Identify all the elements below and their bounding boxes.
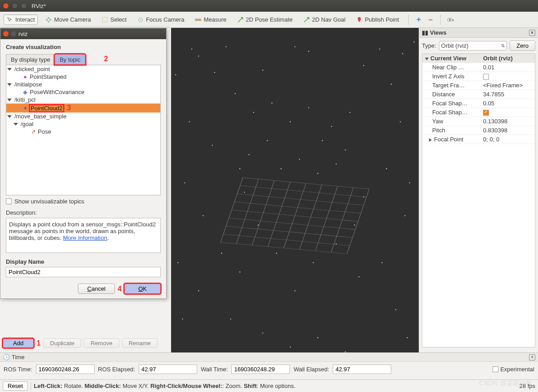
window-minimize-icon[interactable] bbox=[12, 3, 18, 9]
tree-item[interactable]: /initialpose bbox=[6, 81, 160, 88]
tree-item[interactable]: /goal bbox=[6, 120, 160, 128]
annotation-1: 1 bbox=[36, 339, 41, 347]
tab-by-display-type[interactable]: By display type bbox=[6, 54, 55, 65]
close-icon[interactable]: × bbox=[529, 30, 535, 36]
type-label: Type: bbox=[422, 42, 436, 49]
prop-key[interactable]: Distance bbox=[422, 90, 480, 99]
tool-2d-nav-goal[interactable]: 2D Nav Goal bbox=[300, 14, 348, 25]
tool-label: 2D Pose Estimate bbox=[246, 16, 293, 23]
add-tool-icon[interactable]: ＋ bbox=[415, 16, 422, 23]
prop-key[interactable]: Near Clip … bbox=[422, 63, 480, 72]
annotation-4: 4 bbox=[118, 285, 122, 293]
view-properties-tree[interactable]: Current ViewOrbit (rviz) Near Clip …0.01… bbox=[422, 54, 535, 347]
svg-point-55 bbox=[354, 225, 355, 225]
description-box: Displays a point cloud from a sensor_msg… bbox=[6, 218, 161, 253]
svg-point-23 bbox=[226, 46, 226, 47]
zero-button[interactable]: Zero bbox=[510, 41, 535, 51]
svg-point-80 bbox=[359, 276, 360, 277]
prop-key[interactable]: Focal Shap… bbox=[422, 99, 480, 108]
cancel-button[interactable]: CCancelancel bbox=[78, 284, 115, 294]
tab-by-topic[interactable]: By topic bbox=[54, 54, 85, 65]
svg-point-33 bbox=[198, 290, 199, 291]
window-maximize-icon[interactable] bbox=[21, 3, 27, 9]
tree-item[interactable]: ➚Pose bbox=[6, 128, 160, 135]
prop-val[interactable]: 0.830398 bbox=[480, 126, 535, 135]
close-icon[interactable]: × bbox=[529, 354, 535, 360]
display-name-input[interactable] bbox=[6, 267, 161, 277]
topic-tree[interactable]: /clicked_point ●PointStamped /initialpos… bbox=[6, 65, 161, 195]
remove-tool-icon[interactable]: – bbox=[427, 16, 434, 23]
dialog-titlebar[interactable]: rviz bbox=[0, 28, 166, 39]
tree-item[interactable]: /kitti_pcl bbox=[6, 96, 160, 104]
tool-label: Publish Point bbox=[365, 16, 399, 23]
remove-button[interactable]: Remove bbox=[84, 338, 119, 348]
more-info-link[interactable]: More Information bbox=[63, 234, 107, 241]
3d-viewport[interactable] bbox=[171, 28, 419, 366]
prop-header-val: Orbit (rviz) bbox=[480, 54, 535, 63]
dialog-minimize-icon[interactable] bbox=[11, 31, 16, 36]
tool-label: Move Camera bbox=[54, 16, 91, 23]
display-name-label: Display Name bbox=[6, 258, 161, 265]
views-panel-header: ▮▮ Views × bbox=[419, 28, 538, 38]
prop-key[interactable]: Pitch bbox=[422, 126, 480, 135]
dialog-close-icon[interactable] bbox=[3, 31, 9, 36]
tool-select[interactable]: Select bbox=[99, 14, 130, 25]
annotation-2: 2 bbox=[104, 55, 108, 63]
tree-item[interactable]: /clicked_point bbox=[6, 65, 160, 73]
description-label: Description: bbox=[6, 209, 161, 216]
checkbox[interactable] bbox=[483, 110, 489, 116]
svg-point-65 bbox=[175, 74, 176, 75]
prop-val[interactable]: 0.01 bbox=[480, 63, 535, 72]
prop-val[interactable]: <Fixed Frame> bbox=[480, 81, 535, 90]
svg-point-77 bbox=[249, 154, 249, 155]
svg-point-31 bbox=[203, 215, 203, 216]
tool-publish-point[interactable]: Publish Point bbox=[353, 14, 402, 25]
rename-button[interactable]: Rename bbox=[122, 338, 158, 348]
prop-key[interactable]: Yaw bbox=[422, 117, 480, 126]
tree-item[interactable]: ●PointStamped bbox=[6, 73, 160, 81]
svg-point-62 bbox=[185, 182, 185, 183]
visibility-dropdown-icon[interactable] bbox=[447, 16, 454, 23]
wall-elapsed-label: Wall Elapsed: bbox=[294, 366, 329, 373]
tree-item-pointcloud2[interactable]: ✶ PointCloud2 3 bbox=[6, 104, 160, 113]
checkbox[interactable] bbox=[483, 74, 489, 80]
tool-interact[interactable]: Interact bbox=[4, 14, 38, 25]
prop-val[interactable]: 0.05 bbox=[480, 99, 535, 108]
wall-elapsed-input[interactable] bbox=[333, 365, 391, 374]
ros-time-input[interactable] bbox=[36, 365, 95, 374]
prop-key[interactable]: Invert Z Axis bbox=[422, 72, 480, 81]
wall-time-input[interactable] bbox=[231, 365, 290, 374]
tree-item[interactable]: /move_base_simple bbox=[6, 113, 160, 120]
svg-point-29 bbox=[212, 145, 213, 146]
svg-point-49 bbox=[349, 112, 350, 113]
tool-move-camera[interactable]: Move Camera bbox=[42, 14, 94, 25]
prop-val[interactable]: 34.7855 bbox=[480, 90, 535, 99]
tool-measure[interactable]: Measure bbox=[192, 14, 230, 25]
prop-key[interactable]: Focal Point bbox=[434, 136, 463, 143]
tree-item[interactable]: ◆PoseWithCovariance bbox=[6, 88, 160, 96]
view-type-select[interactable]: Orbit (rviz) ⇅ bbox=[439, 41, 507, 50]
tool-focus-camera[interactable]: Focus Camera bbox=[134, 14, 187, 25]
svg-point-44 bbox=[253, 112, 254, 113]
arrow-green-icon bbox=[237, 17, 244, 23]
ros-elapsed-input[interactable] bbox=[139, 365, 197, 374]
show-unvisualizable-checkbox[interactable] bbox=[6, 198, 12, 204]
experimental-checkbox[interactable] bbox=[493, 366, 498, 372]
svg-point-66 bbox=[414, 41, 415, 42]
time-panel: 🕓 Time × ROS Time: ROS Elapsed: Wall Tim… bbox=[0, 352, 538, 379]
add-button[interactable]: Add bbox=[3, 338, 34, 348]
svg-point-37 bbox=[404, 215, 405, 216]
reset-button[interactable]: Reset bbox=[3, 381, 28, 391]
tool-2d-pose-estimate[interactable]: 2D Pose Estimate bbox=[234, 14, 296, 25]
status-bar: Reset Left-Click: Rotate. Middle-Click: … bbox=[0, 379, 538, 392]
ruler-icon bbox=[195, 17, 201, 23]
window-close-icon[interactable] bbox=[3, 3, 9, 9]
prop-val[interactable]: 0; 0; 0 bbox=[480, 135, 535, 144]
ok-button[interactable]: OK bbox=[124, 284, 161, 294]
duplicate-button[interactable]: Duplicate bbox=[43, 338, 81, 348]
prop-val[interactable]: 0.130398 bbox=[480, 117, 535, 126]
svg-point-54 bbox=[336, 243, 337, 244]
tool-label: Measure bbox=[203, 16, 226, 23]
prop-key[interactable]: Target Fra… bbox=[422, 81, 480, 90]
prop-key[interactable]: Focal Shap… bbox=[422, 108, 480, 117]
